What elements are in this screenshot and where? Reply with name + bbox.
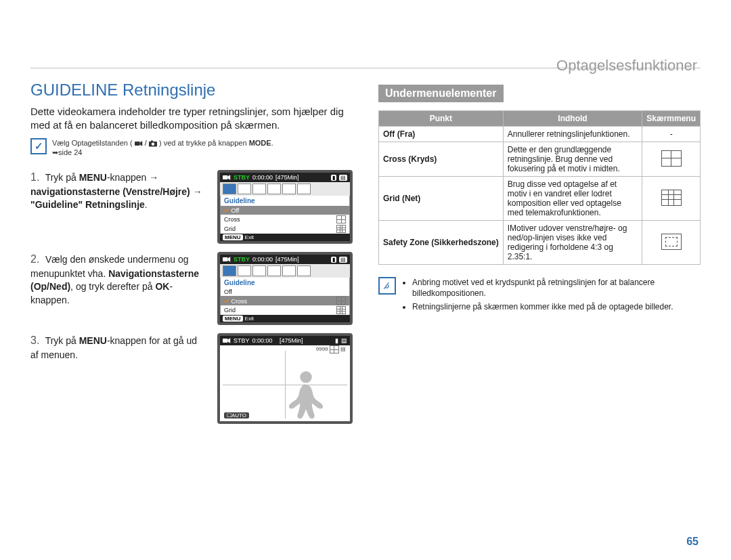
menu-option-cross: ✔ Cross bbox=[220, 296, 350, 305]
toolbar-btn bbox=[267, 265, 281, 276]
toolbar-btn bbox=[238, 265, 251, 276]
toolbar-btn bbox=[238, 184, 251, 194]
tips-list: Anbring motivet ved et krydspunkt på ret… bbox=[403, 277, 701, 316]
cross-icon bbox=[336, 215, 346, 223]
menu-title: Guideline bbox=[220, 278, 350, 288]
safezone-icon bbox=[661, 234, 682, 250]
table-row: Grid (Net) Brug disse ved optagelse af e… bbox=[379, 177, 701, 221]
lcd-screenshot-3: STBY 0:00:00 [475Min] ▮▤ 9999 ▤ ☐AUTO bbox=[217, 333, 353, 424]
step-2: 2. Vælg den ønskede undermenu og menupun… bbox=[30, 252, 206, 307]
video-mode-icon bbox=[223, 256, 231, 263]
toolbar-btn bbox=[267, 184, 281, 194]
subheading: Undermenuelementer bbox=[378, 85, 504, 102]
th-indhold: Indhold bbox=[503, 111, 642, 127]
menu-option-off: Off bbox=[220, 288, 350, 296]
toolbar-btn bbox=[282, 265, 296, 276]
table-row: Off (Fra) Annullerer retningslinjefunkti… bbox=[379, 127, 701, 142]
check-icon: ✓ bbox=[30, 138, 47, 154]
menu-option-grid: Grid bbox=[220, 224, 350, 234]
section-header: Optagelsesfunktioner bbox=[556, 57, 697, 74]
left-column: GUIDELINE Retningslinje Dette videokamer… bbox=[30, 81, 353, 432]
svg-rect-6 bbox=[223, 339, 228, 343]
step-3: 3. Tryk på MENU-knappen for at gå ud af … bbox=[30, 333, 206, 362]
right-column: Undermenuelementer Punkt Indhold Skærmme… bbox=[378, 81, 701, 432]
cross-icon bbox=[661, 150, 682, 167]
menu-option-cross: Cross bbox=[220, 215, 350, 224]
auto-indicator: ☐AUTO bbox=[224, 412, 249, 418]
video-mode-icon bbox=[223, 174, 231, 181]
toolbar-btn bbox=[297, 184, 311, 194]
step-1: 1. Tryk på MENU-knappen → navigationstas… bbox=[30, 170, 206, 212]
toolbar-btn bbox=[223, 184, 236, 194]
th-punkt: Punkt bbox=[379, 111, 504, 127]
lcd-screenshot-2: STBY 0:00:00 [475Min] ▮▤ bbox=[217, 252, 353, 325]
mode-note: Vælg Optagetilstanden ( / ) ved at trykk… bbox=[52, 138, 273, 158]
grid-icon bbox=[336, 306, 346, 314]
table-row: Safety Zone (Sikkerhedszone) IMotiver ud… bbox=[379, 221, 701, 265]
menu-title: Guideline bbox=[220, 196, 350, 206]
tip-item: Anbring motivet ved et krydspunkt på ret… bbox=[412, 277, 701, 299]
toolbar-btn bbox=[297, 265, 311, 276]
toolbar-btn bbox=[252, 184, 266, 194]
svg-rect-5 bbox=[223, 257, 228, 261]
subject-silhouette bbox=[286, 367, 326, 420]
th-skaermmenu: Skærmmenu bbox=[642, 111, 701, 127]
page-title: GUIDELINE Retningslinje bbox=[30, 81, 353, 100]
menu-option-grid: Grid bbox=[220, 305, 350, 315]
options-table: Punkt Indhold Skærmmenu Off (Fra) Annull… bbox=[378, 110, 701, 265]
svg-point-2 bbox=[152, 142, 155, 146]
grid-icon bbox=[661, 190, 682, 206]
photo-mode-icon bbox=[149, 140, 157, 147]
toolbar-btn bbox=[282, 184, 296, 194]
svg-rect-3 bbox=[151, 140, 153, 142]
menu-option-off: ✔ Off bbox=[220, 206, 350, 215]
cross-icon bbox=[336, 297, 346, 305]
toolbar-btn bbox=[223, 265, 236, 276]
note-icon bbox=[378, 277, 396, 295]
lcd-screenshot-1: STBY 0:00:00 [475Min] ▮▤ bbox=[217, 170, 353, 244]
toolbar-btn bbox=[252, 265, 266, 276]
video-mode-icon bbox=[135, 140, 143, 147]
table-row: Cross (Kryds) Dette er den grundlæggende… bbox=[379, 142, 701, 177]
tip-item: Retningslinjerne på skærmen kommer ikke … bbox=[412, 301, 701, 312]
grid-icon bbox=[336, 225, 346, 233]
intro-text: Dette videokamera indeholder tre typer r… bbox=[30, 105, 353, 133]
video-mode-icon bbox=[223, 337, 231, 344]
page-number: 65 bbox=[686, 536, 699, 548]
svg-rect-4 bbox=[223, 175, 228, 179]
guideline-cross-overlay bbox=[223, 351, 347, 418]
svg-rect-0 bbox=[135, 142, 140, 146]
